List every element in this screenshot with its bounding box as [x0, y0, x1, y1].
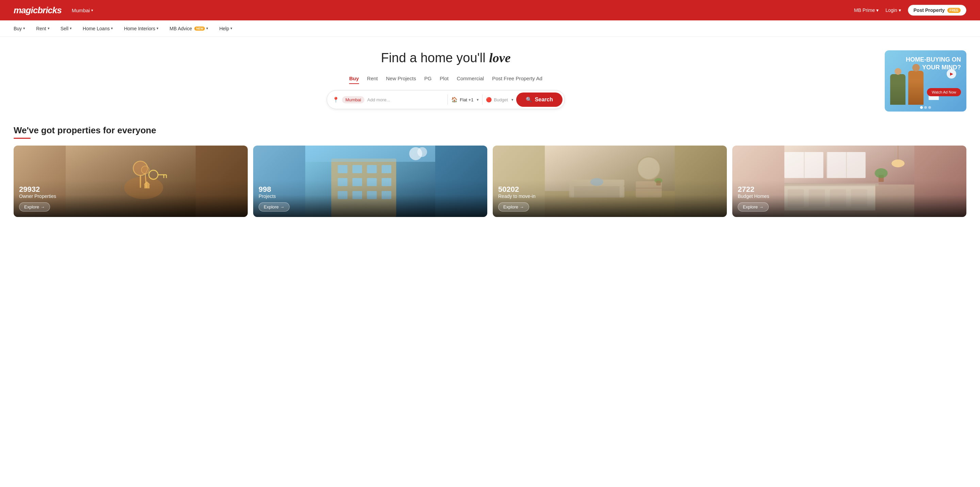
play-icon[interactable]: ▶ [947, 69, 956, 79]
nav-item-home-interiors[interactable]: Home Interiors ▾ [124, 21, 159, 36]
svg-rect-46 [827, 152, 827, 178]
chevron-down-icon: ▾ [206, 26, 208, 31]
tab-rent[interactable]: Rent [367, 76, 378, 84]
headline-text: Find a home you'll [381, 51, 485, 65]
city-name: Mumbai [72, 8, 90, 13]
chevron-down-icon: ▾ [23, 26, 25, 31]
headline: Find a home you'll love [14, 50, 878, 65]
ad-banner[interactable]: HOME-BUYING ON YOUR MIND? ▶ Watch Ad Now [885, 50, 966, 111]
properties-section: We've got properties for everyone [0, 118, 980, 231]
card-overlay-owner: 29932 Owner Properties Explore → [14, 180, 248, 217]
tab-post-free[interactable]: Post Free Property Ad [492, 76, 542, 84]
nav-label-help: Help [219, 26, 229, 31]
search-tabs: Buy Rent New Projects PG Plot Commercial… [14, 76, 878, 84]
property-card-budget[interactable]: 2722 Budget Homes Explore → [732, 146, 966, 217]
mb-prime-label: MB Prime [854, 8, 875, 13]
card-label-budget: Budget Homes [738, 194, 961, 199]
tab-buy[interactable]: Buy [349, 76, 359, 84]
budget-label: Budget [494, 97, 508, 102]
card-label-projects: Projects [259, 194, 482, 199]
budget-selector[interactable]: 🔴 Budget ▾ [486, 97, 513, 102]
logo[interactable]: magicbricks [14, 5, 62, 16]
explore-ready-button[interactable]: Explore → [498, 202, 529, 211]
tab-new-projects[interactable]: New Projects [386, 76, 416, 84]
nav-item-mb-advice[interactable]: MB Advice NEW ▾ [169, 21, 208, 36]
nav-label-rent: Rent [36, 26, 46, 31]
chevron-down-icon: ▾ [899, 8, 901, 13]
nav-item-sell[interactable]: Sell ▾ [60, 21, 72, 36]
login-button[interactable]: Login ▾ [885, 8, 901, 13]
header-right: MB Prime ▾ Login ▾ Post Property FREE [854, 5, 966, 16]
explore-ready-label: Explore → [503, 205, 524, 209]
flat-selector[interactable]: 🏠 Flat +1 ▾ [451, 97, 479, 103]
property-card-ready[interactable]: 50202 Ready to move-in Explore → [493, 146, 727, 217]
svg-rect-45 [804, 152, 804, 178]
chevron-down-icon: ▾ [48, 26, 50, 31]
login-label: Login [885, 8, 897, 13]
card-overlay-ready: 50202 Ready to move-in Explore → [493, 180, 727, 217]
svg-rect-43 [784, 152, 824, 178]
card-overlay-budget: 2722 Budget Homes Explore → [732, 180, 966, 217]
budget-icon: 🔴 [486, 97, 492, 102]
card-count-projects: 998 [259, 186, 482, 194]
card-count-ready: 50202 [498, 186, 721, 194]
chevron-down-icon: ▾ [111, 26, 113, 31]
svg-point-55 [891, 160, 904, 167]
nav-label-mb-advice: MB Advice [169, 26, 192, 31]
header: magicbricks Mumbai ▾ MB Prime ▾ Login ▾ … [0, 0, 980, 21]
flat-label: Flat +1 [460, 97, 473, 102]
headline-love: love [489, 51, 511, 65]
logo-text: magicbricks [14, 5, 62, 15]
chevron-down-icon: ▾ [70, 26, 72, 31]
tab-commercial[interactable]: Commercial [457, 76, 484, 84]
explore-projects-label: Explore → [264, 205, 285, 209]
location-pin-icon: 📍 [332, 97, 339, 103]
location-field[interactable]: 📍 Mumbai Add more... [332, 96, 444, 103]
ad-dot-2 [924, 106, 927, 109]
city-selector[interactable]: Mumbai ▾ [72, 8, 93, 13]
ad-dot-3 [928, 106, 931, 109]
card-label-owner: Owner Properties [19, 194, 242, 199]
property-cards: 29932 Owner Properties Explore → [14, 146, 966, 217]
svg-rect-47 [846, 152, 846, 178]
nav-item-help[interactable]: Help ▾ [219, 21, 232, 36]
chevron-down-icon: ▾ [876, 8, 878, 13]
tab-pg[interactable]: PG [424, 76, 432, 84]
free-badge: FREE [947, 8, 961, 13]
search-button[interactable]: 🔍 Search [516, 92, 563, 107]
svg-point-57 [875, 168, 888, 178]
mb-prime-button[interactable]: MB Prime ▾ [854, 8, 878, 13]
card-count-budget: 2722 [738, 186, 961, 194]
search-bar: 📍 Mumbai Add more... 🏠 Flat +1 ▾ 🔴 Budge… [327, 90, 565, 109]
svg-rect-15 [353, 165, 363, 173]
property-card-projects[interactable]: 998 Projects Explore → [253, 146, 487, 217]
ad-dots [920, 106, 931, 109]
nav-label-buy: Buy [14, 26, 22, 31]
explore-budget-button[interactable]: Explore → [738, 202, 769, 211]
nav-item-rent[interactable]: Rent ▾ [36, 21, 50, 36]
chevron-down-icon: ▾ [511, 98, 514, 102]
explore-projects-button[interactable]: Explore → [259, 202, 290, 211]
svg-rect-17 [382, 165, 391, 173]
card-label-ready: Ready to move-in [498, 194, 721, 199]
explore-owner-button[interactable]: Explore → [19, 202, 50, 211]
nav-label-sell: Sell [60, 26, 68, 31]
chevron-down-icon: ▾ [91, 8, 93, 13]
chevron-down-icon: ▾ [156, 26, 159, 31]
svg-point-35 [637, 157, 660, 179]
explore-owner-label: Explore → [24, 205, 45, 209]
nav-label-home-interiors: Home Interiors [124, 26, 155, 31]
nav-item-home-loans[interactable]: Home Loans ▾ [83, 21, 113, 36]
post-property-button[interactable]: Post Property FREE [908, 5, 966, 16]
nav-label-home-loans: Home Loans [83, 26, 110, 31]
property-card-owner[interactable]: 29932 Owner Properties Explore → [14, 146, 248, 217]
main-content: Find a home you'll love Buy Rent New Pro… [0, 37, 980, 118]
ad-content: HOME-BUYING ON YOUR MIND? ▶ Watch Ad Now [890, 56, 961, 96]
tab-plot[interactable]: Plot [440, 76, 449, 84]
svg-rect-16 [367, 165, 377, 173]
svg-rect-14 [338, 165, 348, 173]
search-icon: 🔍 [526, 97, 532, 103]
card-count-owner: 29932 [19, 186, 242, 194]
nav-item-buy[interactable]: Buy ▾ [14, 21, 25, 36]
ad-watch-button[interactable]: Watch Ad Now [927, 88, 961, 96]
